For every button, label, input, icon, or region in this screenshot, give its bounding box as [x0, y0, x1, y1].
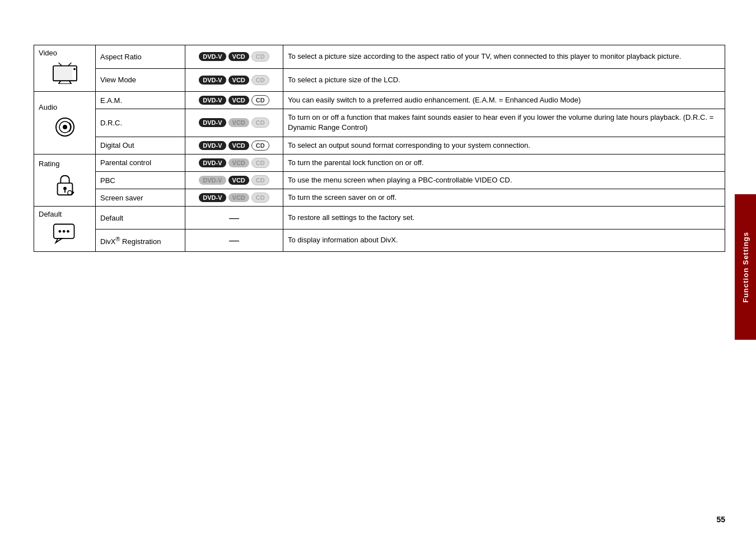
description-cell: To display information about DivX. [283, 229, 725, 252]
description-cell: To restore all settings to the factory s… [283, 207, 725, 229]
lock-icon-container [39, 170, 91, 201]
badges-cell: — [185, 207, 283, 229]
description-text: To use the menu screen when playing a PB… [288, 176, 512, 184]
vcd-badge-inactive: VCD [228, 118, 249, 127]
badges-cell: DVD-VVCDCD [185, 171, 283, 189]
cd-badge-inactive: CD [251, 118, 269, 128]
svg-point-12 [63, 187, 67, 190]
page-number: 55 [716, 515, 725, 524]
description-text: To turn the screen saver on or off. [288, 193, 396, 202]
function-cell: E.A.M. [96, 92, 185, 109]
cd-badge: CD [251, 140, 269, 151]
table-row: Video Aspect RatioDVD-VVCDCDTo select a … [34, 45, 725, 69]
dash: — [229, 212, 239, 223]
function-cell: PBC [96, 171, 185, 189]
table-row: Default Default—To restore all settings … [34, 207, 725, 229]
svg-point-10 [63, 125, 67, 129]
dvdv-badge: DVD-V [199, 141, 226, 150]
table-row: Rating Parental controlDVD-VVCDCDTo turn… [34, 154, 725, 171]
vcd-badge: VCD [228, 141, 249, 150]
vcd-badge: VCD [228, 76, 249, 85]
function-name: Digital Out [100, 141, 134, 149]
category-name: Default [39, 210, 62, 218]
vcd-badge: VCD [228, 96, 249, 105]
dvdv-badge: DVD-V [199, 52, 226, 61]
category-cell: Default [34, 207, 96, 252]
dvdv-badge-inactive: DVD-V [199, 176, 226, 185]
description-cell: You can easily switch to a preferred aud… [283, 92, 725, 109]
description-cell: To select an output sound format corresp… [283, 137, 725, 154]
badges-cell: DVD-VVCDCD [185, 137, 283, 154]
description-cell: To turn the screen saver on or off. [283, 189, 725, 207]
badges-cell: — [185, 229, 283, 252]
description-text: To turn the parental lock function on or… [288, 158, 424, 167]
description-text: To turn on or off a function that makes … [288, 113, 713, 132]
cd-badge-inactive: CD [251, 75, 269, 85]
function-settings-tab: Function Settings [735, 194, 756, 340]
function-name: Parental control [100, 158, 151, 167]
svg-marker-19 [55, 238, 62, 242]
function-name: E.A.M. [100, 96, 122, 105]
bubble-icon [53, 223, 77, 244]
description-cell: To select a picture size according to th… [283, 45, 725, 69]
badges-cell: DVD-VVCDCD [185, 68, 283, 92]
description-text: To restore all settings to the factory s… [288, 213, 414, 222]
tv-icon-container [39, 59, 91, 88]
vcd-badge: VCD [228, 52, 249, 61]
description-text: To select an output sound format corresp… [288, 141, 530, 149]
vcd-badge-inactive: VCD [228, 193, 249, 202]
category-name: Audio [39, 103, 57, 111]
description-text: To select a picture size according to th… [288, 52, 681, 60]
function-cell: Screen saver [96, 189, 185, 207]
cd-badge-inactive: CD [251, 158, 269, 168]
category-name: Rating [39, 160, 60, 168]
badges-cell: DVD-VVCDCD [185, 109, 283, 137]
dvdv-badge: DVD-V [199, 76, 226, 85]
category-name: Video [39, 49, 57, 57]
svg-point-20 [58, 230, 61, 233]
function-cell: Parental control [96, 154, 185, 171]
svg-point-22 [67, 230, 69, 233]
badges-cell: DVD-VVCDCD [185, 45, 283, 69]
description-cell: To select a picture size of the LCD. [283, 68, 725, 92]
vcd-badge-inactive: VCD [228, 158, 249, 167]
table-row: D.R.C.DVD-VVCDCDTo turn on or off a func… [34, 109, 725, 137]
function-cell: View Mode [96, 68, 185, 92]
description-cell: To turn the parental lock function on or… [283, 154, 725, 171]
function-name: Default [100, 214, 123, 222]
lock-icon [54, 172, 76, 197]
table-row: DivX® Registration—To display informatio… [34, 229, 725, 252]
description-text: You can easily switch to a preferred aud… [288, 96, 581, 104]
function-cell: DivX® Registration [96, 229, 185, 252]
registered-mark: ® [115, 235, 120, 242]
table-row: PBCDVD-VVCDCDTo use the menu screen when… [34, 171, 725, 189]
category-cell: Video [34, 45, 96, 92]
tab-label: Function Settings [741, 232, 750, 303]
cd-badge-inactive: CD [251, 193, 269, 203]
tv-icon [50, 62, 80, 84]
function-cell: D.R.C. [96, 109, 185, 137]
function-name: View Mode [100, 76, 136, 84]
dash: — [229, 235, 239, 246]
svg-point-14 [67, 191, 72, 195]
cd-badge: CD [251, 95, 269, 105]
speaker-icon [54, 116, 76, 138]
function-name: PBC [100, 176, 115, 185]
function-name: D.R.C. [100, 119, 122, 127]
dvdv-badge: DVD-V [199, 193, 226, 202]
table-row: Screen saverDVD-VVCDCDTo turn the screen… [34, 189, 725, 207]
page-container: Function Settings 55 Video Aspect RatioD… [0, 0, 756, 534]
description-text: To select a picture size of the LCD. [288, 76, 400, 84]
function-name: Screen saver [100, 194, 143, 202]
dvdv-badge: DVD-V [199, 96, 226, 105]
dvdv-badge: DVD-V [199, 118, 226, 127]
speaker-icon-container [39, 114, 91, 142]
function-cell: Default [96, 207, 185, 229]
main-content: Video Aspect RatioDVD-VVCDCDTo select a … [34, 45, 725, 512]
function-name: DivX® Registration [100, 237, 161, 246]
vcd-badge: VCD [228, 176, 249, 185]
function-cell: Aspect Ratio [96, 45, 185, 69]
dvdv-badge: DVD-V [199, 158, 226, 167]
badges-cell: DVD-VVCDCD [185, 154, 283, 171]
description-cell: To use the menu screen when playing a PB… [283, 171, 725, 189]
